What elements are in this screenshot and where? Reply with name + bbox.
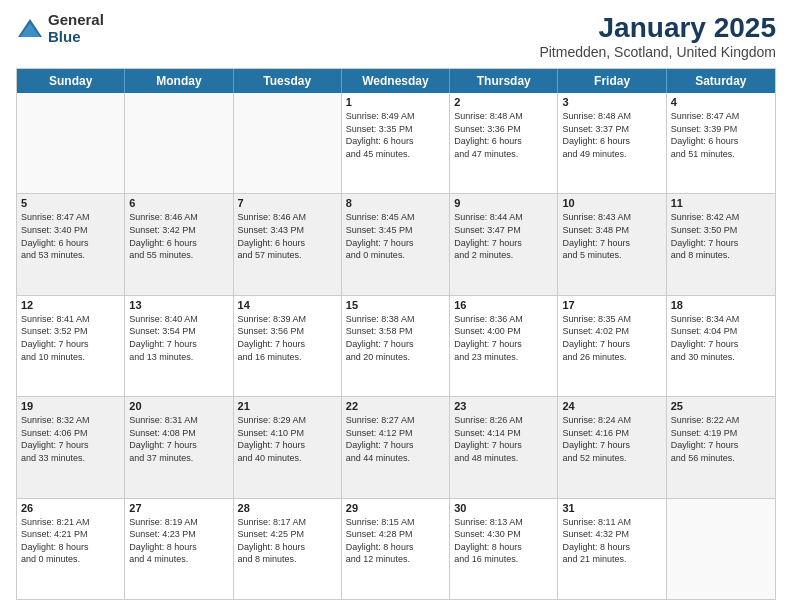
calendar-cell: 13Sunrise: 8:40 AM Sunset: 3:54 PM Dayli… — [125, 296, 233, 396]
cell-info: Sunrise: 8:43 AM Sunset: 3:48 PM Dayligh… — [562, 211, 661, 261]
day-number: 13 — [129, 299, 228, 311]
day-number: 28 — [238, 502, 337, 514]
day-number: 8 — [346, 197, 445, 209]
calendar-cell: 26Sunrise: 8:21 AM Sunset: 4:21 PM Dayli… — [17, 499, 125, 599]
day-number: 4 — [671, 96, 771, 108]
day-number: 25 — [671, 400, 771, 412]
cell-info: Sunrise: 8:39 AM Sunset: 3:56 PM Dayligh… — [238, 313, 337, 363]
cell-info: Sunrise: 8:21 AM Sunset: 4:21 PM Dayligh… — [21, 516, 120, 566]
day-number: 24 — [562, 400, 661, 412]
cell-info: Sunrise: 8:48 AM Sunset: 3:36 PM Dayligh… — [454, 110, 553, 160]
calendar-cell: 9Sunrise: 8:44 AM Sunset: 3:47 PM Daylig… — [450, 194, 558, 294]
logo-text: General Blue — [48, 12, 104, 45]
calendar-cell: 18Sunrise: 8:34 AM Sunset: 4:04 PM Dayli… — [667, 296, 775, 396]
calendar: SundayMondayTuesdayWednesdayThursdayFrid… — [16, 68, 776, 600]
logo-icon — [16, 15, 44, 43]
day-number: 10 — [562, 197, 661, 209]
day-number: 26 — [21, 502, 120, 514]
calendar-cell: 17Sunrise: 8:35 AM Sunset: 4:02 PM Dayli… — [558, 296, 666, 396]
calendar-header-cell: Sunday — [17, 69, 125, 93]
day-number: 9 — [454, 197, 553, 209]
calendar-cell: 4Sunrise: 8:47 AM Sunset: 3:39 PM Daylig… — [667, 93, 775, 193]
day-number: 20 — [129, 400, 228, 412]
calendar-cell: 14Sunrise: 8:39 AM Sunset: 3:56 PM Dayli… — [234, 296, 342, 396]
calendar-cell: 27Sunrise: 8:19 AM Sunset: 4:23 PM Dayli… — [125, 499, 233, 599]
cell-info: Sunrise: 8:26 AM Sunset: 4:14 PM Dayligh… — [454, 414, 553, 464]
cell-info: Sunrise: 8:49 AM Sunset: 3:35 PM Dayligh… — [346, 110, 445, 160]
page: General Blue January 2025 Pitmedden, Sco… — [0, 0, 792, 612]
cell-info: Sunrise: 8:24 AM Sunset: 4:16 PM Dayligh… — [562, 414, 661, 464]
cell-info: Sunrise: 8:48 AM Sunset: 3:37 PM Dayligh… — [562, 110, 661, 160]
calendar-header-cell: Friday — [558, 69, 666, 93]
calendar-body: 1Sunrise: 8:49 AM Sunset: 3:35 PM Daylig… — [17, 93, 775, 599]
calendar-row: 5Sunrise: 8:47 AM Sunset: 3:40 PM Daylig… — [17, 193, 775, 294]
calendar-cell: 11Sunrise: 8:42 AM Sunset: 3:50 PM Dayli… — [667, 194, 775, 294]
calendar-cell: 5Sunrise: 8:47 AM Sunset: 3:40 PM Daylig… — [17, 194, 125, 294]
calendar-cell — [667, 499, 775, 599]
day-number: 27 — [129, 502, 228, 514]
day-number: 18 — [671, 299, 771, 311]
logo-blue: Blue — [48, 29, 104, 46]
calendar-header-cell: Wednesday — [342, 69, 450, 93]
cell-info: Sunrise: 8:27 AM Sunset: 4:12 PM Dayligh… — [346, 414, 445, 464]
day-number: 22 — [346, 400, 445, 412]
calendar-cell: 6Sunrise: 8:46 AM Sunset: 3:42 PM Daylig… — [125, 194, 233, 294]
day-number: 15 — [346, 299, 445, 311]
calendar-cell: 16Sunrise: 8:36 AM Sunset: 4:00 PM Dayli… — [450, 296, 558, 396]
title-block: January 2025 Pitmedden, Scotland, United… — [539, 12, 776, 60]
calendar-row: 1Sunrise: 8:49 AM Sunset: 3:35 PM Daylig… — [17, 93, 775, 193]
header: General Blue January 2025 Pitmedden, Sco… — [16, 12, 776, 60]
cell-info: Sunrise: 8:13 AM Sunset: 4:30 PM Dayligh… — [454, 516, 553, 566]
calendar-cell: 12Sunrise: 8:41 AM Sunset: 3:52 PM Dayli… — [17, 296, 125, 396]
cell-info: Sunrise: 8:46 AM Sunset: 3:43 PM Dayligh… — [238, 211, 337, 261]
cell-info: Sunrise: 8:35 AM Sunset: 4:02 PM Dayligh… — [562, 313, 661, 363]
day-number: 29 — [346, 502, 445, 514]
day-number: 21 — [238, 400, 337, 412]
calendar-cell: 15Sunrise: 8:38 AM Sunset: 3:58 PM Dayli… — [342, 296, 450, 396]
day-number: 6 — [129, 197, 228, 209]
calendar-header-cell: Monday — [125, 69, 233, 93]
cell-info: Sunrise: 8:22 AM Sunset: 4:19 PM Dayligh… — [671, 414, 771, 464]
cell-info: Sunrise: 8:42 AM Sunset: 3:50 PM Dayligh… — [671, 211, 771, 261]
cell-info: Sunrise: 8:17 AM Sunset: 4:25 PM Dayligh… — [238, 516, 337, 566]
cell-info: Sunrise: 8:38 AM Sunset: 3:58 PM Dayligh… — [346, 313, 445, 363]
cell-info: Sunrise: 8:11 AM Sunset: 4:32 PM Dayligh… — [562, 516, 661, 566]
calendar-row: 26Sunrise: 8:21 AM Sunset: 4:21 PM Dayli… — [17, 498, 775, 599]
calendar-cell: 30Sunrise: 8:13 AM Sunset: 4:30 PM Dayli… — [450, 499, 558, 599]
day-number: 30 — [454, 502, 553, 514]
calendar-cell: 25Sunrise: 8:22 AM Sunset: 4:19 PM Dayli… — [667, 397, 775, 497]
day-number: 19 — [21, 400, 120, 412]
day-number: 14 — [238, 299, 337, 311]
logo: General Blue — [16, 12, 104, 45]
calendar-cell: 1Sunrise: 8:49 AM Sunset: 3:35 PM Daylig… — [342, 93, 450, 193]
day-number: 11 — [671, 197, 771, 209]
calendar-row: 12Sunrise: 8:41 AM Sunset: 3:52 PM Dayli… — [17, 295, 775, 396]
day-number: 2 — [454, 96, 553, 108]
calendar-cell — [125, 93, 233, 193]
calendar-cell: 3Sunrise: 8:48 AM Sunset: 3:37 PM Daylig… — [558, 93, 666, 193]
day-number: 7 — [238, 197, 337, 209]
calendar-cell: 21Sunrise: 8:29 AM Sunset: 4:10 PM Dayli… — [234, 397, 342, 497]
calendar-cell — [234, 93, 342, 193]
day-number: 5 — [21, 197, 120, 209]
cell-info: Sunrise: 8:45 AM Sunset: 3:45 PM Dayligh… — [346, 211, 445, 261]
cell-info: Sunrise: 8:40 AM Sunset: 3:54 PM Dayligh… — [129, 313, 228, 363]
calendar-cell: 2Sunrise: 8:48 AM Sunset: 3:36 PM Daylig… — [450, 93, 558, 193]
calendar-cell: 10Sunrise: 8:43 AM Sunset: 3:48 PM Dayli… — [558, 194, 666, 294]
cell-info: Sunrise: 8:34 AM Sunset: 4:04 PM Dayligh… — [671, 313, 771, 363]
cell-info: Sunrise: 8:32 AM Sunset: 4:06 PM Dayligh… — [21, 414, 120, 464]
calendar-cell: 24Sunrise: 8:24 AM Sunset: 4:16 PM Dayli… — [558, 397, 666, 497]
calendar-header-cell: Tuesday — [234, 69, 342, 93]
calendar-cell: 8Sunrise: 8:45 AM Sunset: 3:45 PM Daylig… — [342, 194, 450, 294]
day-number: 1 — [346, 96, 445, 108]
calendar-cell: 31Sunrise: 8:11 AM Sunset: 4:32 PM Dayli… — [558, 499, 666, 599]
calendar-cell: 22Sunrise: 8:27 AM Sunset: 4:12 PM Dayli… — [342, 397, 450, 497]
title-month: January 2025 — [539, 12, 776, 44]
calendar-cell: 20Sunrise: 8:31 AM Sunset: 4:08 PM Dayli… — [125, 397, 233, 497]
cell-info: Sunrise: 8:41 AM Sunset: 3:52 PM Dayligh… — [21, 313, 120, 363]
cell-info: Sunrise: 8:47 AM Sunset: 3:39 PM Dayligh… — [671, 110, 771, 160]
day-number: 16 — [454, 299, 553, 311]
calendar-row: 19Sunrise: 8:32 AM Sunset: 4:06 PM Dayli… — [17, 396, 775, 497]
calendar-cell: 28Sunrise: 8:17 AM Sunset: 4:25 PM Dayli… — [234, 499, 342, 599]
cell-info: Sunrise: 8:36 AM Sunset: 4:00 PM Dayligh… — [454, 313, 553, 363]
